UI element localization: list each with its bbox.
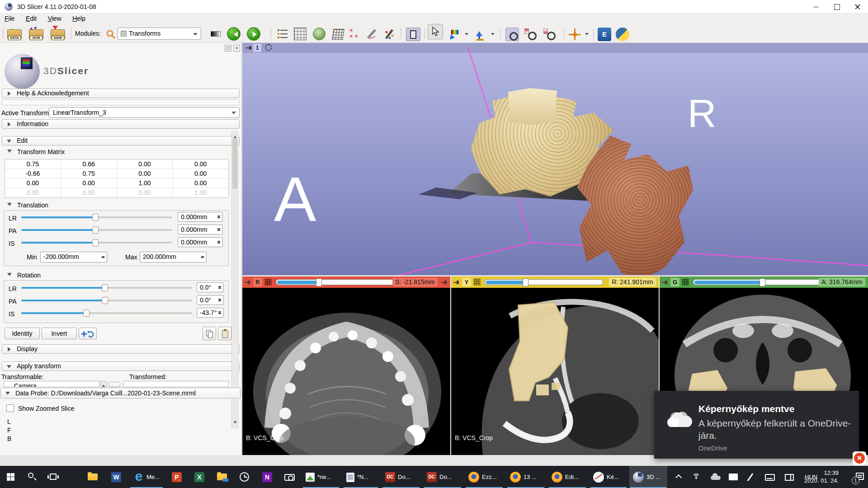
- threed-view[interactable]: 1 A R: [242, 43, 868, 277]
- edit-section[interactable]: Edit: [2, 136, 240, 145]
- transform-matrix-header[interactable]: Transform Matrix: [17, 148, 65, 155]
- crosshair-button[interactable]: [568, 28, 581, 41]
- green-slice-letter[interactable]: G: [670, 278, 679, 286]
- matrix-cell[interactable]: 0.75: [5, 160, 61, 169]
- annotation-ruler-icon[interactable]: [365, 28, 378, 41]
- taskbar-dc-window-1[interactable]: DC Do...: [382, 466, 420, 488]
- display-section[interactable]: Display: [2, 344, 240, 354]
- taskbar-edge-window[interactable]: e Me...: [129, 466, 164, 488]
- tray-overflow-chevron[interactable]: [675, 474, 682, 481]
- matrix-cell[interactable]: 0.00: [117, 169, 173, 178]
- ruler-tool-icon[interactable]: [475, 28, 486, 41]
- load-data-button[interactable]: DATA: [6, 27, 24, 41]
- apply-arrow-button[interactable]: [108, 382, 120, 387]
- scroll-up-arrow[interactable]: [233, 134, 237, 138]
- red-slice-view[interactable]: B: VCS_Crop: [242, 288, 450, 455]
- slice-visibility-icon[interactable]: [682, 279, 689, 286]
- taskbar-firefox-window-2[interactable]: 13 ...: [506, 466, 545, 488]
- taskbar-clock[interactable]: 12:39 2020. 01. 24.: [800, 469, 839, 484]
- module-search-icon[interactable]: [106, 29, 116, 39]
- matrix-cell[interactable]: 0.66: [61, 160, 117, 169]
- menu-view[interactable]: View: [43, 14, 66, 23]
- rotation-pa-slider[interactable]: [21, 296, 192, 305]
- touch-keyboard-icon[interactable]: [765, 474, 775, 481]
- volume-rendering-icon[interactable]: [294, 28, 307, 40]
- translation-pa-slider[interactable]: [21, 226, 172, 234]
- slider-handle[interactable]: [316, 278, 322, 286]
- panel-close-icon[interactable]: ✕: [233, 45, 240, 52]
- slice-visibility-icon[interactable]: [265, 279, 272, 286]
- annotation-pen-icon[interactable]: [382, 28, 395, 41]
- matrix-cell[interactable]: 1.00: [117, 178, 173, 188]
- pin-icon[interactable]: [245, 280, 251, 285]
- translation-pa-spinbox[interactable]: 0.000mm: [178, 225, 223, 235]
- matrix-cell[interactable]: 0.00: [117, 160, 173, 169]
- active-transform-combo[interactable]: LinearTransform_3: [49, 107, 240, 118]
- rotation-is-spinbox[interactable]: -43.7°: [197, 308, 224, 318]
- screenshot-layout-icon[interactable]: [406, 28, 420, 41]
- task-view-button[interactable]: [43, 466, 65, 488]
- dicom-button[interactable]: ▲▼ DCM: [28, 27, 45, 41]
- models-module-icon[interactable]: [313, 28, 326, 40]
- taskbar-excel[interactable]: X: [189, 466, 210, 488]
- data-probe-section[interactable]: Data Probe: D:/Downloads/Varga Csill...2…: [0, 388, 241, 399]
- pin-icon[interactable]: [246, 46, 252, 50]
- slider-handle[interactable]: [102, 284, 108, 291]
- help-acknowledgement-section[interactable]: Help & Acknowledgement: [2, 89, 240, 98]
- identity-button[interactable]: Identity: [5, 328, 40, 339]
- red-slice-slider[interactable]: [276, 279, 394, 285]
- panel-float-icon[interactable]: [225, 45, 231, 52]
- slider-handle[interactable]: [92, 226, 99, 234]
- crosshair-dropdown-carat[interactable]: [585, 33, 589, 37]
- taskbar-onedrive-folder[interactable]: [212, 466, 232, 488]
- transforms-toolbar-icon[interactable]: [332, 29, 344, 40]
- matrix-cell[interactable]: -0.66: [5, 169, 61, 178]
- module-back-button[interactable]: [227, 27, 241, 41]
- taskbar-word[interactable]: W: [106, 466, 127, 488]
- transformed-list[interactable]: [123, 381, 229, 387]
- panel-scrollbar[interactable]: [231, 131, 238, 428]
- copy-transform-button[interactable]: [203, 327, 216, 340]
- matrix-cell[interactable]: 0.00: [5, 178, 61, 188]
- screen-capture-icon[interactable]: [505, 28, 519, 41]
- green-slice-offset[interactable]: A: 316.764mm: [819, 278, 865, 286]
- slider-handle[interactable]: [92, 214, 99, 221]
- invert-button[interactable]: Invert: [42, 328, 77, 339]
- minimize-button[interactable]: [806, 0, 826, 14]
- translation-lr-spinbox[interactable]: 0.000mm: [178, 212, 223, 222]
- apply-transform-section[interactable]: Apply transform: [2, 361, 240, 371]
- menu-edit[interactable]: Edit: [21, 14, 41, 23]
- paste-transform-button[interactable]: [218, 327, 231, 340]
- ruler-dropdown-carat[interactable]: [491, 33, 495, 37]
- translation-is-spinbox[interactable]: 0.000mm: [178, 237, 223, 247]
- start-button[interactable]: [0, 466, 22, 488]
- scrollbar-thumb[interactable]: [232, 139, 237, 189]
- modules-history-swatch[interactable]: [211, 31, 221, 37]
- taskbar-snipping-window[interactable]: Ké...: [590, 466, 627, 488]
- transformable-scroll-up[interactable]: [100, 381, 107, 387]
- slider-handle[interactable]: [102, 297, 108, 304]
- yellow-slice-slider[interactable]: [485, 279, 603, 285]
- information-section[interactable]: Information: [2, 119, 240, 129]
- taskbar-powerpoint[interactable]: P: [166, 466, 187, 488]
- pen-tray-icon[interactable]: [747, 473, 754, 481]
- matrix-cell[interactable]: 0.00: [173, 169, 228, 178]
- translation-header[interactable]: Translation: [17, 202, 48, 209]
- rotation-lr-slider[interactable]: [21, 284, 192, 292]
- rotation-pa-spinbox[interactable]: 0.0°: [197, 295, 224, 305]
- menu-file[interactable]: File: [0, 14, 19, 23]
- scene-view-capture-icon[interactable]: [524, 28, 538, 41]
- taskbar-firefox-window-1[interactable]: Ezz...: [465, 466, 504, 488]
- yellow-slice-offset[interactable]: R: 241.901mm: [609, 278, 656, 286]
- green-slice-slider[interactable]: [693, 279, 823, 285]
- rotation-header[interactable]: Rotation: [17, 272, 41, 279]
- save-button[interactable]: SAVE: [50, 27, 67, 41]
- taskbar-file-explorer[interactable]: [82, 466, 103, 488]
- close-button[interactable]: [847, 0, 868, 14]
- red-slice-letter[interactable]: R: [253, 278, 262, 286]
- view-settings-gear-icon[interactable]: [265, 44, 272, 51]
- translation-lr-slider[interactable]: [21, 213, 172, 221]
- mouse-interaction-button[interactable]: [428, 24, 443, 39]
- onedrive-tray-icon[interactable]: [711, 476, 721, 480]
- toolbar-drag-handle[interactable]: [3, 28, 5, 38]
